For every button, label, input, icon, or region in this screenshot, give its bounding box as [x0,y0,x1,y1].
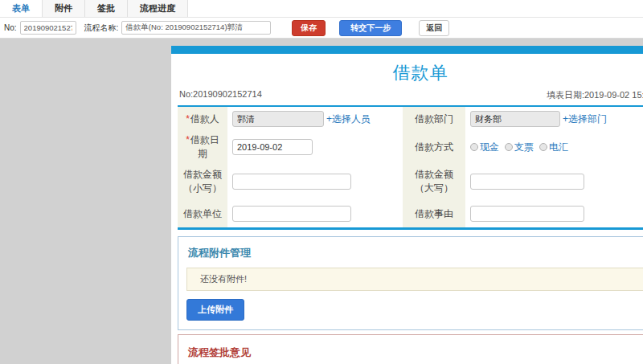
loan-unit-label: 借款单位 [178,200,227,227]
amount-uppercase-input[interactable] [470,174,584,190]
loan-unit-cell [227,200,403,227]
borrower-label: *借款人 [178,107,227,131]
radio-cheque[interactable]: 支票 [505,141,534,154]
tab-approval[interactable]: 签批 [85,0,128,17]
required-asterisk: * [186,134,190,145]
tab-bar: 表单 附件 签批 流程进度 [0,0,643,18]
page-title: 借款单 [171,61,643,85]
panel-top-accent-bar [171,46,643,54]
loan-form-panel: 借款单 No:20190902152714 填表日期:2019-09-02 15… [171,46,643,364]
loan-reason-cell [465,200,643,227]
loan-date-input[interactable] [232,139,313,155]
process-name-input[interactable] [121,21,271,35]
amount-uppercase-cell [465,163,643,200]
loan-unit-input[interactable] [232,206,351,222]
tab-attachments[interactable]: 附件 [43,0,85,17]
tab-process-progress[interactable]: 流程进度 [128,0,188,17]
borrower-cell: +选择人员 [227,107,403,131]
loan-method-label: 借款方式 [403,131,465,163]
loan-method-cell: 现金 支票 电汇 [465,131,643,163]
borrower-input[interactable] [232,111,324,127]
radio-wire-transfer[interactable]: 电汇 [539,141,568,154]
process-name-label: 流程名称: [84,22,119,34]
form-meta-row: No:20190902152714 填表日期:2019-09-02 15:27:… [171,89,643,105]
tab-form[interactable]: 表单 [0,0,43,17]
attachments-section: 流程附件管理 还没有附件! 上传附件 [178,236,643,330]
upload-attachment-button[interactable]: 上传附件 [186,299,244,321]
approval-section-title: 流程签批意见 [178,335,643,364]
amount-lowercase-input[interactable] [232,174,351,190]
approval-section: 流程签批意见 B I abc [178,334,643,364]
loan-reason-input[interactable] [470,206,584,222]
fill-date: 填表日期:2019-09-02 15:27:1 [547,89,643,101]
select-department-link[interactable]: +选择部门 [563,112,607,126]
no-label: No: [4,23,17,32]
select-person-link[interactable]: +选择人员 [326,112,371,126]
no-input[interactable] [20,21,76,35]
back-button[interactable]: 返回 [419,20,449,36]
amount-lowercase-label: 借款金额（小写） [178,163,227,200]
save-button[interactable]: 保存 [292,20,326,36]
transfer-next-step-button[interactable]: 转交下一步 [339,20,402,36]
radio-circle-icon[interactable] [505,143,513,151]
radio-circle-icon[interactable] [539,143,547,151]
no-attachments-message: 还没有附件! [186,268,643,291]
department-input[interactable] [470,111,560,127]
loan-form-table: *借款人 +选择人员 借款部门 +选择部门 *借款日期 借款方式 [178,105,643,230]
amount-lowercase-cell [227,163,403,200]
loan-date-cell [227,131,403,163]
attachments-section-title: 流程附件管理 [178,237,643,268]
loan-date-label: *借款日期 [178,131,227,163]
department-cell: +选择部门 [465,107,643,131]
amount-uppercase-label: 借款金额（大写） [403,163,465,200]
radio-cash[interactable]: 现金 [470,141,499,154]
workspace-background: 借款单 No:20190902152714 填表日期:2019-09-02 15… [0,39,643,364]
radio-circle-icon[interactable] [470,143,478,151]
loan-method-radio-group: 现金 支票 电汇 [470,141,574,154]
action-toolbar: No: 流程名称: 保存 转交下一步 返回 [0,18,643,39]
department-label: 借款部门 [403,107,465,131]
document-number: No:20190902152714 [179,89,262,101]
required-asterisk: * [186,113,190,125]
loan-reason-label: 借款事由 [403,200,465,227]
